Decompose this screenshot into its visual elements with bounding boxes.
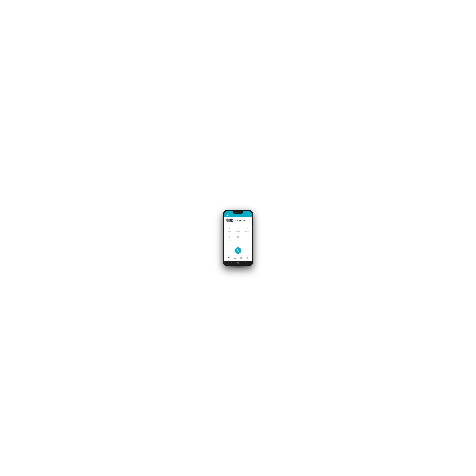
video-icon [236,235,240,240]
svg-rect-12 [238,228,238,228]
notch-camera [240,212,241,213]
svg-point-19 [247,237,248,237]
svg-rect-15 [238,228,238,229]
video-label: Video [237,240,239,241]
power-button [253,227,253,234]
speaker-icon [244,225,249,231]
nav-recents[interactable] [240,257,242,259]
home-button[interactable] [237,262,239,264]
header-menu-icon[interactable]: ⋮ [248,214,250,216]
videocam-icon [236,236,239,239]
back-button[interactable]: ◀ [230,262,232,264]
nav-contacts[interactable] [234,257,236,259]
end-call-icon [237,249,240,252]
phone-device: ✕ ⋮ [223,210,253,266]
svg-rect-11 [237,228,238,228]
controls-row-2: Add Video [225,235,251,241]
svg-rect-24 [228,258,229,258]
keypad-button[interactable]: Keypad [235,225,241,232]
volume-icon [245,226,248,230]
clock-icon [240,257,242,259]
contacts-icon [234,257,236,259]
svg-rect-8 [237,227,238,227]
avatar-3-initials: JW [231,220,233,221]
keypad-icon [236,225,240,231]
speaker-label: Speaker [244,231,248,232]
speaker-button[interactable]: Speaker [243,225,250,232]
svg-rect-25 [229,258,229,258]
nav-settings[interactable] [246,257,249,259]
xo-logo-svg: ✕ [226,214,229,217]
phone-screen: ✕ ⋮ [224,211,252,265]
svg-rect-16 [238,228,239,229]
volume-down-button [223,232,223,237]
svg-rect-23 [228,258,228,258]
plus-icon [228,236,231,239]
grid-icon [236,226,239,230]
add-label: Add [229,240,231,241]
keypad-label: Keypad [236,231,240,232]
nav-dialpad[interactable] [227,257,230,259]
add-button[interactable]: Add [226,235,233,241]
controls-row-1: Mute [225,225,251,232]
mute-label: Mute [228,231,231,232]
volume-mute-button [223,221,223,225]
phone-notch [233,211,243,214]
svg-rect-28 [229,259,229,259]
mute-icon [227,225,232,231]
recent-button[interactable] [244,262,246,264]
microphone-icon [228,226,231,230]
svg-rect-14 [237,228,238,229]
volume-up-button [223,226,223,231]
notch-speaker [235,212,239,213]
more-icon [244,235,249,240]
recents-nav-icon [240,257,242,259]
contact-row: JW Conference Call [224,217,252,223]
svg-point-18 [246,237,247,237]
add-icon [227,235,232,240]
bottom-nav [224,255,252,261]
contacts-nav-icon [234,257,236,259]
svg-rect-9 [238,227,238,227]
svg-rect-27 [228,259,229,259]
more-button[interactable]: More [243,235,250,241]
gear-icon [246,257,249,259]
more-label: More [245,240,248,241]
svg-rect-13 [238,228,239,228]
contact-name: Conference Call [235,219,245,221]
end-call-button[interactable] [235,247,241,254]
mute-button[interactable]: Mute [226,225,233,232]
dots-icon [245,236,248,239]
main-content: Mute [224,223,252,255]
svg-rect-20 [228,257,228,258]
xo-logo-icon: ✕ [226,214,229,217]
controls-grid: Mute [225,225,251,241]
svg-point-17 [245,237,246,237]
avatars-group: JW [226,218,234,222]
android-nav: ◀ [224,261,252,265]
dialpad-badge [229,256,231,258]
settings-nav-icon [246,257,249,259]
avatar-3: JW [230,218,234,222]
svg-rect-26 [228,259,228,259]
video-button[interactable]: Video [235,235,241,241]
svg-rect-21 [228,257,229,258]
svg-rect-10 [238,227,239,227]
